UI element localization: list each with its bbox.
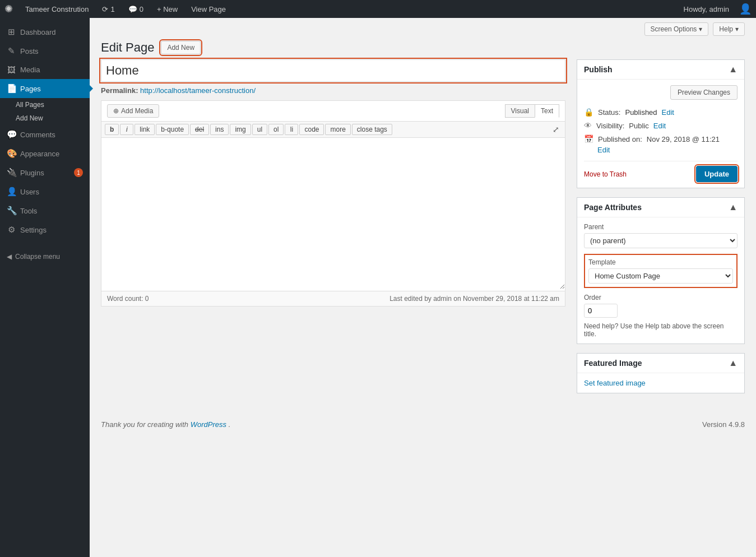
sidebar-item-label-dashboard: Dashboard bbox=[20, 28, 83, 36]
footer-period: . bbox=[229, 420, 231, 429]
help-label: Help bbox=[719, 25, 733, 33]
format-img-button[interactable]: img bbox=[230, 124, 251, 135]
update-button[interactable]: Update bbox=[696, 166, 738, 182]
permalink-url[interactable]: http://localhost/tameer-construction/ bbox=[140, 86, 256, 95]
format-link-button[interactable]: link bbox=[134, 124, 155, 135]
format-li-button[interactable]: li bbox=[285, 124, 298, 135]
admin-sidebar: ⊞ Dashboard ✎ Posts 🖼 Media 📄 Pages All … bbox=[0, 18, 90, 557]
move-to-trash-link[interactable]: Move to Trash bbox=[584, 170, 627, 178]
new-content-link[interactable]: + New bbox=[154, 0, 181, 18]
plugins-icon: 🔌 bbox=[7, 168, 16, 178]
comments-link[interactable]: 💬 0 bbox=[125, 0, 147, 18]
screen-options-button[interactable]: Screen Options ▾ bbox=[644, 22, 709, 36]
status-edit-link[interactable]: Edit bbox=[662, 108, 674, 117]
sidebar-item-media[interactable]: 🖼 Media bbox=[0, 61, 90, 79]
footer-version: Version 4.9.8 bbox=[702, 420, 745, 429]
sidebar-item-appearance[interactable]: 🎨 Appearance bbox=[0, 144, 90, 163]
collapse-label: Collapse menu bbox=[15, 253, 60, 261]
published-on-edit-link[interactable]: Edit bbox=[597, 146, 610, 154]
media-icon: 🖼 bbox=[7, 65, 16, 75]
format-close-tags-button[interactable]: close tags bbox=[352, 124, 392, 135]
pages-arrow-icon bbox=[85, 79, 90, 98]
set-featured-image-link[interactable]: Set featured image bbox=[584, 379, 646, 387]
sidebar-item-pages[interactable]: 📄 Pages bbox=[0, 79, 90, 98]
screen-options-area: Screen Options ▾ Help ▾ bbox=[90, 18, 756, 40]
visibility-label: Visibility: bbox=[596, 122, 624, 130]
site-name-link[interactable]: Tameer Constrution bbox=[22, 0, 92, 18]
wp-body: Screen Options ▾ Help ▾ Edit Page Add Ne… bbox=[90, 18, 756, 557]
sidebar-item-tools[interactable]: 🔧 Tools bbox=[0, 201, 90, 220]
publish-metabox: Publish ▲ Preview Changes 🔒 Status: Publ… bbox=[577, 59, 745, 188]
format-ol-button[interactable]: ol bbox=[268, 124, 284, 135]
word-count-value: 0 bbox=[145, 295, 149, 303]
editor-box: ⊕ Add Media Visual Text b i bbox=[101, 100, 565, 307]
editor-tab-area: Visual Text bbox=[505, 104, 559, 118]
template-select[interactable]: Default Template Home Custom Page bbox=[588, 268, 733, 284]
view-page-link[interactable]: View Page bbox=[188, 0, 229, 18]
format-code-button[interactable]: code bbox=[299, 124, 324, 135]
pages-icon: 📄 bbox=[7, 83, 16, 94]
tab-text[interactable]: Text bbox=[535, 104, 559, 118]
published-on-label: Published on: bbox=[598, 135, 642, 143]
publish-metabox-body: Preview Changes 🔒 Status: Published Edit… bbox=[577, 80, 744, 188]
sidebar-item-dashboard[interactable]: ⊞ Dashboard bbox=[0, 22, 90, 41]
sidebar-item-label-plugins: Plugins bbox=[20, 169, 69, 177]
word-count-label: Word count: bbox=[107, 295, 143, 303]
featured-image-metabox-body: Set featured image bbox=[577, 373, 744, 393]
page-attributes-metabox-header: Page Attributes ▲ bbox=[577, 198, 744, 217]
status-row: 🔒 Status: Published Edit bbox=[584, 105, 738, 119]
sidebar-item-comments[interactable]: 💬 Comments bbox=[0, 125, 90, 144]
sidebar-item-settings[interactable]: ⚙ Settings bbox=[0, 220, 90, 239]
format-italic-button[interactable]: i bbox=[120, 124, 133, 135]
add-media-button[interactable]: ⊕ Add Media bbox=[107, 104, 159, 118]
order-input[interactable] bbox=[584, 304, 618, 318]
footer-wordpress-link[interactable]: WordPress bbox=[191, 420, 226, 429]
format-more-button[interactable]: more bbox=[325, 124, 350, 135]
add-new-button[interactable]: Add New bbox=[161, 41, 201, 54]
visibility-edit-link[interactable]: Edit bbox=[653, 122, 666, 130]
add-media-label: Add Media bbox=[121, 107, 153, 115]
page-heading: Edit Page bbox=[101, 40, 154, 55]
sidebar-item-label-appearance: Appearance bbox=[20, 150, 83, 158]
posts-icon: ✎ bbox=[7, 46, 16, 56]
preview-changes-button[interactable]: Preview Changes bbox=[670, 85, 738, 100]
help-text: Need help? Use the Help tab above the sc… bbox=[584, 322, 738, 338]
featured-image-metabox-toggle-icon[interactable]: ▲ bbox=[729, 358, 738, 368]
footer-left: Thank you for creating with WordPress . bbox=[101, 420, 230, 429]
format-bquote-button[interactable]: b-quote bbox=[156, 124, 189, 135]
publish-metabox-toggle-icon[interactable]: ▲ bbox=[729, 64, 738, 75]
publish-actions-row: Move to Trash Update bbox=[584, 161, 738, 182]
parent-select[interactable]: (no parent) bbox=[584, 233, 738, 248]
sidebar-item-plugins[interactable]: 🔌 Plugins 1 bbox=[0, 163, 90, 182]
wp-footer: Thank you for creating with WordPress . … bbox=[90, 414, 756, 435]
comments-menu-icon: 💬 bbox=[7, 129, 16, 140]
sidebar-submenu-all-pages[interactable]: All Pages bbox=[0, 98, 90, 112]
wp-logo-icon: ✺ bbox=[4, 3, 13, 15]
expand-editor-icon[interactable]: ⤢ bbox=[550, 124, 562, 135]
sidebar-item-posts[interactable]: ✎ Posts bbox=[0, 41, 90, 61]
editor-textarea[interactable] bbox=[101, 138, 565, 289]
template-label: Template bbox=[588, 258, 733, 266]
format-ul-button[interactable]: ul bbox=[252, 124, 267, 135]
sidebar-submenu-add-new[interactable]: Add New bbox=[0, 112, 90, 125]
dashboard-icon: ⊞ bbox=[7, 27, 16, 37]
collapse-menu-button[interactable]: ◀ Collapse menu bbox=[0, 248, 90, 265]
format-bold-button[interactable]: b bbox=[105, 124, 119, 135]
format-ins-button[interactable]: ins bbox=[210, 124, 229, 135]
page-title-input[interactable] bbox=[101, 59, 565, 82]
page-attributes-metabox-toggle-icon[interactable]: ▲ bbox=[729, 202, 738, 212]
sidebar-item-users[interactable]: 👤 Users bbox=[0, 182, 90, 201]
updates-link[interactable]: ⟳ 1 bbox=[99, 0, 118, 18]
order-label: Order bbox=[584, 294, 738, 301]
status-value: Published bbox=[625, 108, 657, 117]
help-button[interactable]: Help ▾ bbox=[713, 22, 745, 36]
format-del-button[interactable]: del bbox=[190, 124, 209, 135]
collapse-icon: ◀ bbox=[7, 253, 12, 261]
sidebar-item-label-users: Users bbox=[20, 188, 83, 196]
help-chevron-icon: ▾ bbox=[735, 25, 739, 33]
sidebar-item-label-posts: Posts bbox=[20, 47, 83, 55]
publish-metabox-header: Publish ▲ bbox=[577, 60, 744, 80]
tab-visual[interactable]: Visual bbox=[505, 104, 535, 118]
page-attributes-metabox: Page Attributes ▲ Parent (no parent) Tem… bbox=[577, 197, 745, 344]
avatar-icon: 👤 bbox=[739, 3, 752, 15]
